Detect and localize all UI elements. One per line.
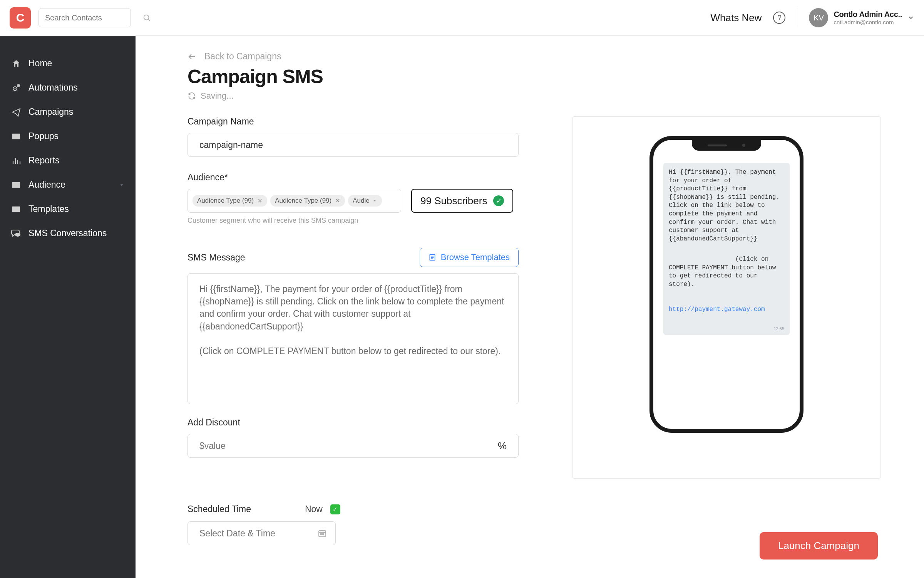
campaign-name-input[interactable]	[187, 133, 519, 157]
preview-column: Hi {{firstName}}, The payment for your o…	[572, 116, 898, 479]
audience-select[interactable]: Audience Type (99) ✕ Audience Type (99) …	[187, 189, 401, 213]
discount-input-wrapper[interactable]: %	[187, 434, 519, 458]
topbar-right: Whats New ? KV Contlo Admin Acc.. cntl.a…	[711, 8, 914, 27]
paper-plane-icon	[11, 108, 22, 117]
app-logo[interactable]: C	[10, 7, 31, 29]
saving-label: Saving...	[201, 91, 234, 101]
now-label: Now	[305, 504, 323, 514]
chip-label: Audience Type (99)	[197, 197, 254, 205]
sidebar-item-reports[interactable]: Reports	[0, 148, 136, 173]
user-menu[interactable]: KV Contlo Admin Acc.. cntl.admin@contlo.…	[809, 8, 914, 27]
check-circle-icon: ✓	[493, 195, 504, 206]
svg-point-3	[15, 88, 16, 89]
search-contacts-box[interactable]	[38, 8, 131, 27]
svg-rect-13	[12, 206, 20, 212]
chevron-down-icon	[372, 198, 377, 203]
sms-header: SMS Message Browse Templates	[187, 248, 519, 267]
calendar-icon	[318, 529, 327, 538]
discount-label: Add Discount	[187, 417, 519, 428]
close-icon[interactable]: ✕	[335, 197, 340, 204]
svg-rect-6	[12, 133, 20, 139]
sms-message-field: SMS Message Browse Templates	[187, 248, 519, 406]
home-icon	[11, 59, 22, 68]
search-contacts-input[interactable]	[45, 13, 142, 22]
sidebar-item-popups[interactable]: Popups	[0, 124, 136, 148]
audience-chip-partial[interactable]: Audie	[348, 195, 382, 207]
launch-campaign-button[interactable]: Launch Campaign	[760, 532, 878, 560]
sidebar-item-templates[interactable]: Templates	[0, 197, 136, 221]
refresh-icon	[187, 92, 196, 100]
campaign-name-label: Campaign Name	[187, 116, 519, 127]
user-text: Contlo Admin Acc.. cntl.admin@contlo.com	[834, 10, 902, 25]
percent-label: %	[498, 440, 507, 452]
svg-rect-24	[320, 534, 321, 535]
layout: Home Automations Campaigns Popups Report…	[0, 36, 924, 578]
bar-chart-icon	[11, 156, 22, 165]
sidebar-item-home[interactable]: Home	[0, 51, 136, 76]
svg-point-14	[15, 233, 20, 237]
discount-input[interactable]	[199, 441, 498, 451]
logo-letter: C	[16, 11, 25, 24]
svg-rect-12	[12, 182, 20, 188]
scheduled-time-field: Scheduled Time Now ✓	[187, 504, 519, 545]
chevron-down-icon	[119, 182, 125, 188]
main-content: Back to Campaigns Campaign SMS Saving...…	[136, 36, 924, 578]
audience-row: Audience Type (99) ✕ Audience Type (99) …	[187, 189, 519, 213]
now-checkbox[interactable]: ✓	[330, 504, 340, 514]
square-icon	[11, 133, 22, 140]
gears-icon	[11, 83, 22, 92]
square-icon	[11, 206, 22, 213]
topbar-left: C	[10, 7, 131, 29]
datetime-input[interactable]	[199, 528, 318, 539]
arrow-left-icon	[187, 52, 197, 61]
template-icon	[429, 254, 436, 261]
audience-chip[interactable]: Audience Type (99) ✕	[270, 195, 345, 207]
sidebar: Home Automations Campaigns Popups Report…	[0, 36, 136, 578]
sidebar-item-label: Popups	[28, 131, 59, 141]
back-to-campaigns[interactable]: Back to Campaigns	[187, 51, 898, 62]
sms-preview-link: http://payment.gateway.com	[669, 306, 765, 313]
sidebar-item-campaigns[interactable]: Campaigns	[0, 100, 136, 124]
datetime-input-wrapper[interactable]	[187, 521, 336, 545]
sidebar-item-automations[interactable]: Automations	[0, 76, 136, 100]
user-email: cntl.admin@contlo.com	[834, 19, 902, 25]
search-icon	[142, 13, 151, 22]
close-icon[interactable]: ✕	[258, 197, 263, 204]
phone-screen: Hi {{firstName}}, The payment for your o…	[653, 140, 800, 343]
chevron-down-icon	[907, 14, 914, 21]
sidebar-item-label: Templates	[28, 204, 69, 214]
sms-preview-text-2: (Click on COMPLETE PAYMENT button below …	[669, 256, 780, 288]
campaign-name-field: Campaign Name	[187, 116, 519, 157]
svg-rect-25	[322, 534, 323, 535]
form-column: Campaign Name Audience* Audience Type (9…	[187, 116, 519, 545]
browse-templates-label: Browse Templates	[441, 252, 510, 262]
topbar: C Whats New ? KV Contlo Admin Acc.. cntl…	[0, 0, 924, 36]
sidebar-item-label: Automations	[28, 82, 78, 93]
phone-notch	[692, 140, 761, 151]
help-icon[interactable]: ?	[773, 12, 785, 24]
comments-icon	[11, 229, 22, 238]
discount-field: Add Discount %	[187, 417, 519, 458]
audience-chip[interactable]: Audience Type (99) ✕	[192, 195, 267, 207]
audience-field: Audience* Audience Type (99) ✕ Audience …	[187, 172, 519, 225]
svg-point-0	[144, 15, 149, 20]
svg-point-5	[18, 85, 19, 86]
audience-hint: Customer segment who will receive this S…	[187, 217, 519, 225]
user-name: Contlo Admin Acc..	[834, 10, 902, 19]
subscribers-count: 99 Subscribers ✓	[411, 189, 513, 213]
page-title: Campaign SMS	[187, 66, 898, 88]
topbar-divider	[797, 8, 797, 27]
sidebar-item-label: SMS Conversations	[28, 228, 107, 239]
sms-message-textarea[interactable]	[187, 273, 519, 404]
whats-new-link[interactable]: Whats New	[711, 12, 762, 24]
sidebar-item-audience[interactable]: Audience	[0, 173, 136, 197]
content-row: Campaign Name Audience* Audience Type (9…	[187, 116, 898, 545]
sms-preview-time: 12:55	[669, 326, 784, 332]
preview-panel: Hi {{firstName}}, The payment for your o…	[572, 116, 880, 479]
sidebar-item-sms-conversations[interactable]: SMS Conversations	[0, 221, 136, 245]
sidebar-item-label: Home	[28, 58, 52, 69]
browse-templates-button[interactable]: Browse Templates	[420, 248, 519, 267]
back-label: Back to Campaigns	[204, 51, 281, 62]
sidebar-item-label: Audience	[28, 180, 65, 190]
svg-line-1	[148, 19, 150, 21]
